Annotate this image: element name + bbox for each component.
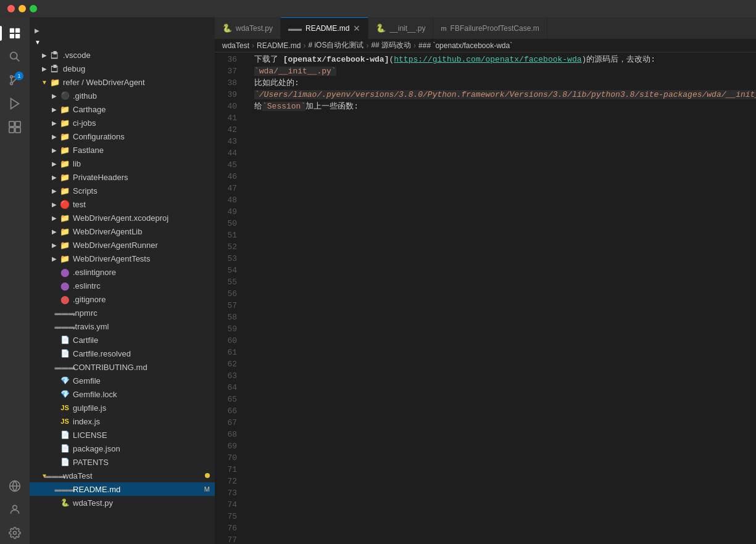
- breadcrumb: wdaTest › README.md › # iOS自动化测试 › ## 源码…: [215, 39, 756, 52]
- tree-item-contributing[interactable]: ▶ ▬▬▬ CONTRIBUTING.md: [30, 360, 215, 374]
- activity-bar: 1: [0, 17, 30, 544]
- tree-item-cartfile[interactable]: ▶ 📄 Cartfile: [30, 333, 215, 347]
- tree-item-npmrc[interactable]: ▶ ▬▬▬ .npmrc: [30, 306, 215, 319]
- tree-item-travisyml[interactable]: ▶ ▬▬▬ .travis.yml: [30, 319, 215, 333]
- svg-rect-13: [15, 128, 20, 133]
- tree-item-wdarunner[interactable]: ▶ 📁 WebDriverAgentRunner: [30, 238, 215, 252]
- minimize-button[interactable]: [19, 5, 26, 12]
- tree-item-wdalib[interactable]: ▶ 📁 WebDriverAgentLib: [30, 225, 215, 238]
- source-control-badge: 1: [15, 72, 23, 80]
- tab-fbfailure[interactable]: m FBFailureProofTestCase.m: [433, 17, 547, 39]
- activity-debug[interactable]: [4, 93, 26, 115]
- maximize-button[interactable]: [30, 5, 37, 12]
- file-tree: ▶ .vscode ▶ debug ▼ 📁 refer / W: [30, 48, 215, 544]
- svg-point-4: [10, 52, 17, 59]
- tree-item-privateheaders[interactable]: ▶ 📁 PrivateHeaders: [30, 170, 215, 184]
- tree-item-gemfile[interactable]: ▶ 💎 Gemfile: [30, 374, 215, 387]
- tab-readme[interactable]: ▬▬ README.md ✕: [281, 17, 368, 39]
- svg-line-5: [16, 58, 19, 61]
- svg-rect-0: [10, 28, 14, 33]
- tree-item-debug[interactable]: ▶ debug: [30, 62, 215, 75]
- activity-extensions[interactable]: [4, 116, 26, 138]
- tree-item-test[interactable]: ▶ 🔴 test: [30, 197, 215, 211]
- svg-point-6: [10, 83, 13, 85]
- svg-point-17: [14, 532, 17, 535]
- tree-item-license[interactable]: ▶ 📄 LICENSE: [30, 428, 215, 442]
- tabs-bar: 🐍 wdaTest.py ▬▬ README.md ✕ 🐍 __init__.p…: [215, 17, 756, 39]
- svg-rect-2: [10, 34, 14, 38]
- activity-settings[interactable]: [4, 522, 26, 544]
- svg-rect-3: [15, 34, 20, 38]
- tab-close-readme[interactable]: ✕: [353, 23, 360, 33]
- sidebar-header: [30, 17, 215, 25]
- tab-wdatestpy[interactable]: 🐍 wdaTest.py: [215, 17, 281, 39]
- wdatest-dot-badge: [205, 473, 210, 478]
- svg-rect-1: [15, 28, 20, 33]
- tree-item-wdatest-folder[interactable]: ▼ ▬▬▬ wdaTest: [30, 469, 215, 482]
- tree-item-vscode[interactable]: ▶ .vscode: [30, 48, 215, 62]
- tree-item-wdatests[interactable]: ▶ 📁 WebDriverAgentTests: [30, 252, 215, 265]
- tab-init[interactable]: 🐍 __init__.py: [368, 17, 433, 39]
- svg-point-8: [10, 76, 13, 78]
- svg-rect-12: [9, 128, 14, 133]
- tree-item-patents[interactable]: ▶ 📄 PATENTS: [30, 455, 215, 469]
- tree-item-scripts[interactable]: ▶ 📁 Scripts: [30, 184, 215, 197]
- tree-item-eslintrc[interactable]: ▶ ⬤ .eslintrc: [30, 279, 215, 292]
- tree-item-github[interactable]: ▶ ⚫ .github: [30, 89, 215, 102]
- titlebar: [0, 0, 756, 17]
- editor-code[interactable]: 下载了 [openatx/facebook-wda](https://githu…: [244, 52, 756, 544]
- tree-item-gulpfile[interactable]: ▶ JS gulpfile.js: [30, 401, 215, 414]
- tree-item-gitignore[interactable]: ▶ ⬤ .gitignore: [30, 292, 215, 306]
- activity-explorer[interactable]: [4, 22, 26, 44]
- svg-marker-9: [11, 99, 19, 109]
- tree-item-readme[interactable]: ▶ ▬▬▬ README.md M: [30, 482, 215, 496]
- svg-rect-11: [15, 122, 20, 126]
- tree-item-configurations[interactable]: ▶ 📁 Configurations: [30, 130, 215, 143]
- tree-item-cartfileresolved[interactable]: ▶ 📄 Cartfile.resolved: [30, 347, 215, 360]
- svg-point-16: [13, 505, 17, 509]
- tree-item-xcodeproj[interactable]: ▶ 📁 WebDriverAgent.xcodeproj: [30, 211, 215, 225]
- tree-item-carthage[interactable]: ▶ 📁 Carthage: [30, 102, 215, 116]
- sidebar: ▶ ▼ ▶ .vscode ▶: [30, 17, 215, 544]
- tree-item-fastlane[interactable]: ▶ 📁 Fastlane: [30, 143, 215, 157]
- svg-rect-10: [9, 122, 14, 126]
- code-editor[interactable]: 3637383940 4142434445 4647484950 5152535…: [215, 52, 756, 544]
- traffic-lights: [7, 5, 37, 12]
- open-editors-header[interactable]: ▶: [30, 25, 215, 36]
- activity-search[interactable]: [4, 46, 26, 68]
- project-header[interactable]: ▼: [30, 36, 215, 48]
- tree-item-indexjs[interactable]: ▶ JS index.js: [30, 414, 215, 428]
- tree-item-packagejson[interactable]: ▶ 📄 package.json: [30, 442, 215, 455]
- line-numbers: 3637383940 4142434445 4647484950 5152535…: [215, 52, 244, 544]
- tree-item-refer[interactable]: ▼ 📁 refer / WebDriverAgent: [30, 75, 215, 89]
- activity-remote[interactable]: [4, 475, 26, 497]
- tree-item-lib[interactable]: ▶ 📁 lib: [30, 157, 215, 170]
- tree-item-gemfilelock[interactable]: ▶ 💎 Gemfile.lock: [30, 387, 215, 401]
- tree-item-ci-jobs[interactable]: ▶ 📁 ci-jobs: [30, 116, 215, 130]
- close-button[interactable]: [7, 5, 15, 12]
- tree-item-wdatestpy[interactable]: ▶ 🐍 wdaTest.py: [30, 496, 215, 509]
- tree-item-eslintignore[interactable]: ▶ ⬤ .eslintignore: [30, 265, 215, 279]
- activity-accounts[interactable]: [4, 498, 26, 521]
- readme-m-badge: M: [204, 485, 210, 493]
- editor-area: 🐍 wdaTest.py ▬▬ README.md ✕ 🐍 __init__.p…: [215, 17, 756, 544]
- activity-source-control[interactable]: 1: [4, 69, 26, 91]
